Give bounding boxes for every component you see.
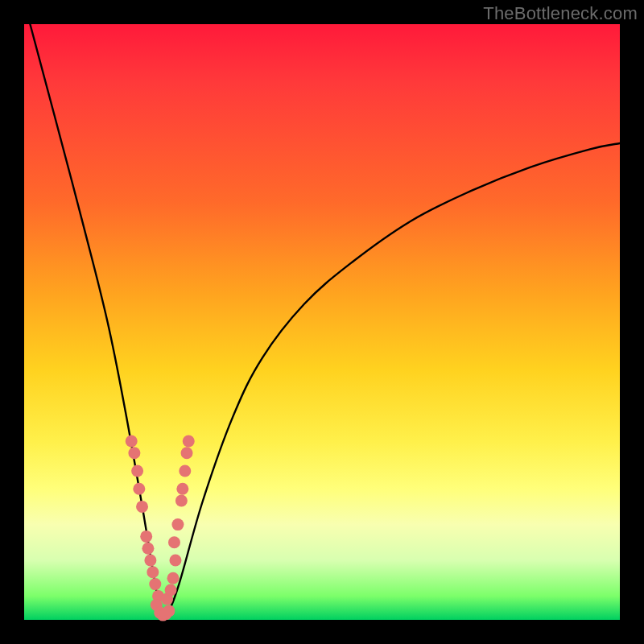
- sample-dot: [144, 555, 156, 567]
- plot-area: [24, 24, 620, 620]
- sample-dot: [179, 465, 191, 477]
- sample-dot: [128, 447, 140, 459]
- sample-dot: [168, 536, 180, 548]
- chart-svg: [24, 24, 620, 620]
- sample-dot: [136, 501, 148, 513]
- sample-dot: [171, 518, 184, 530]
- sample-dots: [126, 436, 195, 621]
- sample-dot: [142, 543, 154, 555]
- sample-dot: [133, 483, 145, 495]
- sample-dot: [175, 495, 188, 507]
- sample-dot: [169, 555, 181, 567]
- sample-dot: [140, 530, 152, 543]
- sample-dot: [165, 584, 177, 597]
- sample-dot: [183, 436, 195, 448]
- sample-dot: [126, 436, 138, 448]
- sample-dot: [167, 572, 180, 584]
- sample-dot: [147, 566, 159, 578]
- sample-dot: [176, 483, 188, 495]
- sample-dot: [131, 465, 143, 477]
- sample-dot: [181, 447, 193, 459]
- chart-frame: TheBottleneck.com: [0, 0, 644, 644]
- sample-dot: [149, 578, 161, 590]
- watermark-text: TheBottleneck.com: [483, 3, 638, 24]
- bottleneck-curve: [30, 24, 620, 618]
- sample-dot: [163, 605, 175, 617]
